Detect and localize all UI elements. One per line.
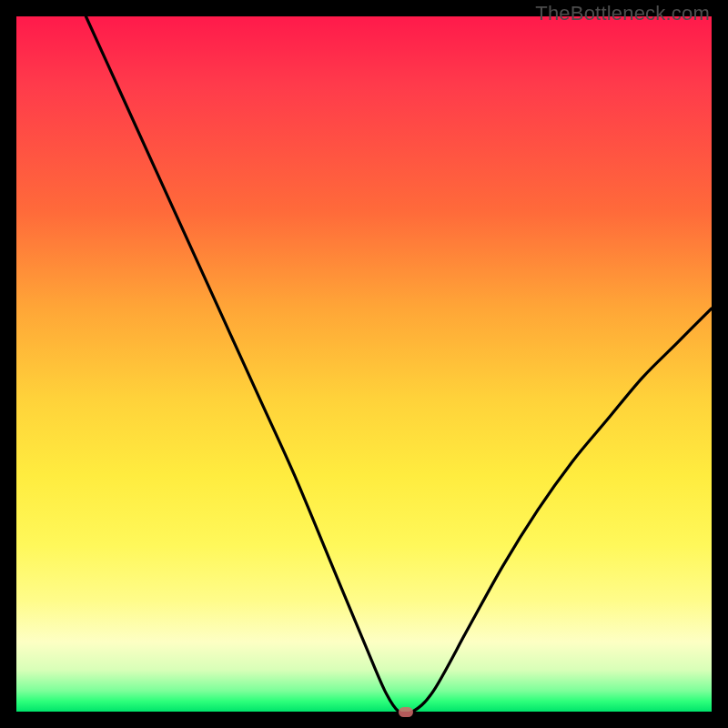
watermark-text: TheBottleneck.com bbox=[535, 2, 710, 25]
chart-frame: TheBottleneck.com bbox=[0, 0, 728, 728]
bottleneck-curve bbox=[16, 16, 712, 712]
plot-area bbox=[16, 16, 712, 712]
optimal-point-marker bbox=[399, 707, 413, 717]
